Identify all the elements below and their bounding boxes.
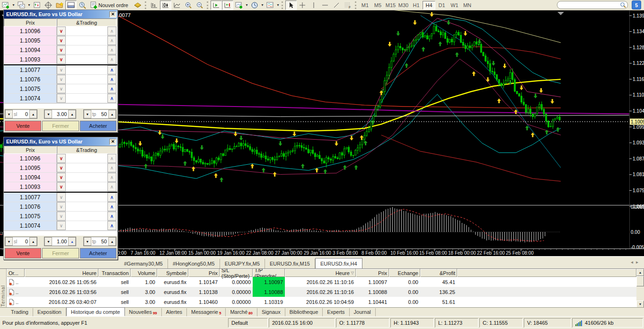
metaeditor-button[interactable] [132,0,143,10]
column-header[interactable]: T/P (Prendre/... [253,269,285,277]
candle-chart-mode-button[interactable] [160,0,171,10]
timeframe-button-w1[interactable]: W1 [448,1,461,9]
buy-at-price-button[interactable]: ∧ [107,212,116,221]
periods-dropdown[interactable]: ▾ [260,0,265,10]
buy-at-price-button[interactable]: ∧ [107,163,116,172]
terminal-tab-experts[interactable]: Experts [323,308,349,316]
timeframe-button-mn[interactable]: MN [461,1,474,9]
stoploss-stepper[interactable]: ▼sl0▲ [5,109,37,119]
volume-stepper[interactable]: ▼3.00▲ [44,109,76,119]
column-header[interactable]: Volume [131,269,157,277]
sell-at-price-button[interactable]: ∨ [57,94,66,103]
periods-button[interactable] [249,0,260,10]
buy-at-price-button[interactable]: ∧ [107,94,116,103]
auto-scroll-button[interactable] [211,0,222,10]
crosshair-button[interactable] [297,0,308,10]
column-header[interactable]: Echange [389,269,420,277]
buy-at-price-button[interactable]: ∧ [107,182,116,191]
terminal-tab-bibliotheque[interactable]: Bibliotheque [285,308,323,316]
table-row[interactable]: ..2016.02.26 11:03:56sell3.00eurusd.fix1… [7,287,636,297]
buy-at-price-button[interactable]: ∧ [107,36,116,45]
close-position-button[interactable]: Fermer [42,121,79,131]
column-header[interactable]: Prix [356,269,389,277]
timeframe-button-d1[interactable]: D1 [435,1,448,9]
takeprofit-stepper[interactable]: ▼tp50▲ [83,109,116,119]
volume-up-button[interactable]: ▲ [68,110,76,118]
templates-dropdown[interactable]: ▾ [276,0,280,10]
new-order-button[interactable]: Nouvel ordre [88,0,132,10]
tp-up-button[interactable]: ▲ [108,237,116,246]
sell-at-price-button[interactable]: ∨ [57,36,66,45]
sell-at-price-button[interactable]: ∨ [57,173,66,182]
scrollbar-thumb[interactable] [636,276,644,286]
tp-up-button[interactable]: ▲ [108,110,116,118]
sl-up-button[interactable]: ▲ [29,110,37,118]
timeframe-button-h1[interactable]: H1 [410,1,423,9]
sell-at-price-button[interactable]: ∨ [57,84,66,93]
buy-at-price-button[interactable]: ∧ [107,45,116,54]
indicators-dropdown[interactable]: ▾ [245,0,249,10]
data-window-button[interactable] [43,0,54,10]
strategy-tester-button[interactable] [77,0,88,10]
terminal-tab-trading[interactable]: Trading [7,308,33,316]
sell-at-price-button[interactable]: ∨ [57,221,66,230]
buy-at-price-button[interactable]: ∧ [107,65,116,74]
terminal-tab-signaux[interactable]: Signaux [257,308,285,316]
sell-button[interactable]: Vente [5,121,41,131]
sell-at-price-button[interactable]: ∨ [57,154,66,163]
column-header[interactable]: Or... [7,269,25,277]
zoom-out-button[interactable] [194,0,205,10]
terminal-tab-messagerie[interactable]: Messagerie5 [187,308,226,316]
sell-at-price-button[interactable]: ∨ [57,182,66,191]
bar-chart-mode-button[interactable] [149,0,160,10]
sell-at-price-button[interactable]: ∨ [57,202,66,211]
terminal-button[interactable] [65,0,77,10]
terminal-tab-march-[interactable]: Marché80 [226,308,257,316]
sl-down-button[interactable]: ▼ [5,237,13,246]
sell-at-price-button[interactable]: ∨ [57,163,66,172]
buy-at-price-button[interactable]: ∧ [107,55,116,64]
column-header[interactable]: Symbole [157,269,188,277]
close-icon[interactable]: ✕ [109,11,116,18]
terminal-tab-alertes[interactable]: Alertes [162,308,187,316]
new-chart-dropdown[interactable]: ▾ [11,0,16,10]
fibonacci-button[interactable]: F [342,0,353,10]
trendline-button[interactable] [331,0,342,10]
scroll-up-icon[interactable]: ▲ [636,269,644,276]
line-chart-mode-button[interactable] [171,0,183,10]
terminal-tab-nouvelles[interactable]: Nouvelles99 [125,308,162,316]
volume-down-button[interactable]: ▼ [44,237,52,246]
buy-at-price-button[interactable]: ∧ [107,154,116,163]
volume-stepper[interactable]: ▼1.00▲ [44,237,76,246]
buy-at-price-button[interactable]: ∧ [107,173,116,182]
new-chart-button[interactable] [0,0,11,10]
tp-down-button[interactable]: ▼ [84,110,91,118]
sell-at-price-button[interactable]: ∨ [57,45,66,54]
takeprofit-stepper[interactable]: ▼tp50▲ [83,237,116,246]
navigator-button[interactable] [54,0,65,10]
zoom-in-button[interactable] [183,0,194,10]
sell-at-price-button[interactable]: ∨ [57,193,66,202]
horizontal-line-button[interactable] [319,0,331,10]
mql5-community-button[interactable]: 5 [632,0,641,9]
buy-at-price-button[interactable]: ∧ [107,221,116,230]
tp-down-button[interactable]: ▼ [84,237,91,246]
scroll-down-icon[interactable]: ▼ [636,301,644,308]
templates-button[interactable] [265,0,276,10]
vertical-line-button[interactable] [308,0,319,10]
timeframe-button-m30[interactable]: M30 [397,1,410,9]
sl-up-button[interactable]: ▲ [29,237,37,246]
timeframe-button-m5[interactable]: M5 [371,1,384,9]
table-row[interactable]: ..2016.02.26 03:40:07sell3.00eurusd.fix1… [7,297,636,307]
terminal-tab-exposition[interactable]: Exposition [33,308,66,316]
terminal-tab-historique-du-compte[interactable]: Historique du compte [66,307,125,316]
table-row[interactable]: ..2016.02.26 11:05:56sell1.00eurusd.fix1… [7,277,636,287]
volume-down-button[interactable]: ▼ [44,110,52,118]
buy-button[interactable]: Acheter [80,121,116,131]
sell-at-price-button[interactable]: ∨ [57,212,66,221]
profiles-button[interactable] [16,0,27,10]
sell-at-price-button[interactable]: ∨ [57,27,66,36]
column-header[interactable]: Prix [188,269,220,277]
timeframe-button-m1[interactable]: M1 [359,1,371,9]
chart-tab-eurusd-fix-h4[interactable]: EURUSD.fix,H4 [315,258,362,269]
